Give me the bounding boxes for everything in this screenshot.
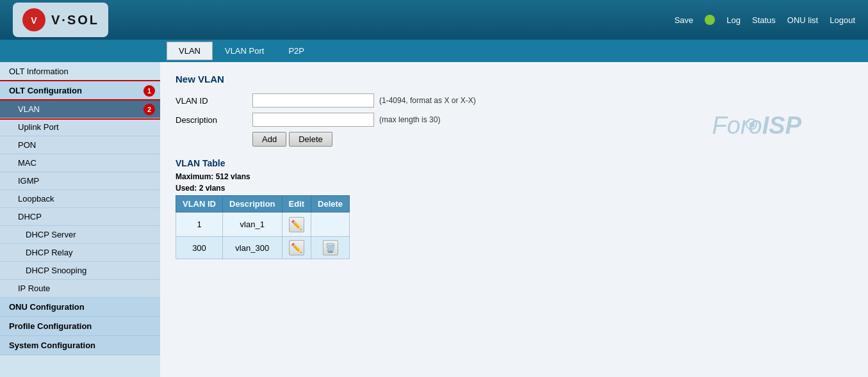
sidebar-item-dhcp-server[interactable]: DHCP Server xyxy=(0,226,160,244)
sidebar-section-olt-configuration[interactable]: OLT Configuration 1 xyxy=(0,81,160,100)
description-input[interactable] xyxy=(252,113,374,127)
olt-config-badge: 1 xyxy=(143,85,155,97)
status-indicator xyxy=(705,15,715,25)
vlan-table: VLAN ID Description Edit Delete 1vlan_1✏… xyxy=(176,195,350,259)
logout-link[interactable]: Logout xyxy=(830,15,855,25)
description-row: Description (max length is 30) xyxy=(176,113,853,127)
col-delete: Delete xyxy=(311,196,350,213)
vlan-id-label: VLAN ID xyxy=(176,96,252,106)
add-button[interactable]: Add xyxy=(252,132,286,147)
vlan-id-row: VLAN ID (1-4094, format as X or X-X) xyxy=(176,93,853,108)
delete-icon-button[interactable]: 🗑️ xyxy=(323,240,338,255)
table-row: 300vlan_300✏️🗑️ xyxy=(176,237,350,259)
sidebar-item-dhcp[interactable]: DHCP xyxy=(0,208,160,226)
col-vlan-id: VLAN ID xyxy=(176,196,223,213)
vlan-delete-cell: 🗑️ xyxy=(311,237,350,259)
sidebar-item-loopback[interactable]: Loopback xyxy=(0,190,160,208)
vlan-edit-cell: ✏️ xyxy=(282,213,311,237)
vlan-id-cell: 300 xyxy=(176,237,223,259)
main-layout: OLT Information OLT Configuration 1 VLAN… xyxy=(0,62,868,377)
onu-list-link[interactable]: ONU list xyxy=(787,15,818,25)
sidebar-item-mac[interactable]: MAC xyxy=(0,154,160,172)
description-hint: (max length is 30) xyxy=(379,115,440,124)
status-link[interactable]: Status xyxy=(752,15,776,25)
sidebar-item-ip-route[interactable]: IP Route xyxy=(0,280,160,298)
content-area: New VLAN VLAN ID (1-4094, format as X or… xyxy=(160,62,868,377)
sidebar-item-uplink-port[interactable]: Uplink Port xyxy=(0,118,160,136)
header-actions: Save Log Status ONU list Logout xyxy=(675,15,855,25)
sidebar-item-olt-information[interactable]: OLT Information xyxy=(0,62,160,81)
sidebar-item-pon[interactable]: PON xyxy=(0,136,160,154)
edit-icon-button[interactable]: ✏️ xyxy=(289,217,304,232)
max-vlans: Maximum: 512 vlans xyxy=(176,172,853,181)
log-link[interactable]: Log xyxy=(726,15,741,25)
sidebar-item-igmp[interactable]: IGMP xyxy=(0,172,160,190)
delete-icon-button[interactable] xyxy=(323,216,338,231)
sidebar-section-system-configuration[interactable]: System Configuration xyxy=(0,336,160,355)
col-edit: Edit xyxy=(282,196,311,213)
vlan-table-section: VLAN Table Maximum: 512 vlans Used: 2 vl… xyxy=(176,158,853,259)
sidebar-item-dhcp-relay[interactable]: DHCP Relay xyxy=(0,244,160,262)
sidebar-section-olt-config-label: OLT Configuration xyxy=(9,86,82,95)
vlan-delete-cell xyxy=(311,213,350,237)
tab-bar: VLAN VLAN Port P2P xyxy=(0,40,868,62)
edit-icon-button[interactable]: ✏️ xyxy=(289,240,304,255)
sidebar-section-profile-configuration[interactable]: Profile Configuration xyxy=(0,317,160,336)
vlan-id-hint: (1-4094, format as X or X-X) xyxy=(379,96,476,105)
vlan-table-title: VLAN Table xyxy=(176,158,853,168)
tab-p2p[interactable]: P2P xyxy=(276,42,316,60)
sidebar-item-vlan[interactable]: VLAN 2 xyxy=(0,100,160,118)
form-buttons: Add Delete xyxy=(252,132,853,147)
logo-text: V·SOL xyxy=(51,13,99,28)
vlan-desc-cell: vlan_300 xyxy=(223,237,283,259)
used-vlans: Used: 2 vlans xyxy=(176,184,853,193)
tab-vlan-port[interactable]: VLAN Port xyxy=(213,42,276,60)
vlan-badge: 2 xyxy=(143,104,155,115)
table-row: 1vlan_1✏️ xyxy=(176,213,350,237)
new-vlan-title: New VLAN xyxy=(176,74,853,84)
vlan-id-cell: 1 xyxy=(176,213,223,237)
logo-area: V V·SOL xyxy=(13,3,108,37)
sidebar-item-dhcp-snooping[interactable]: DHCP Snooping xyxy=(0,262,160,280)
description-label: Description xyxy=(176,115,252,125)
vlan-desc-cell: vlan_1 xyxy=(223,213,283,237)
sidebar: OLT Information OLT Configuration 1 VLAN… xyxy=(0,62,160,377)
sidebar-vlan-label: VLAN xyxy=(18,104,40,114)
save-button[interactable]: Save xyxy=(675,15,694,25)
content-wrapper: New VLAN VLAN ID (1-4094, format as X or… xyxy=(176,74,853,259)
tab-vlan[interactable]: VLAN xyxy=(167,42,213,60)
col-description: Description xyxy=(223,196,283,213)
vsol-logo-icon: V xyxy=(22,8,46,32)
header: V V·SOL Save Log Status ONU list Logout xyxy=(0,0,868,40)
vlan-id-input[interactable] xyxy=(252,93,374,108)
sidebar-section-onu-configuration[interactable]: ONU Configuration xyxy=(0,298,160,317)
delete-button[interactable]: Delete xyxy=(289,132,332,147)
svg-text:V: V xyxy=(31,15,37,26)
vlan-edit-cell: ✏️ xyxy=(282,237,311,259)
